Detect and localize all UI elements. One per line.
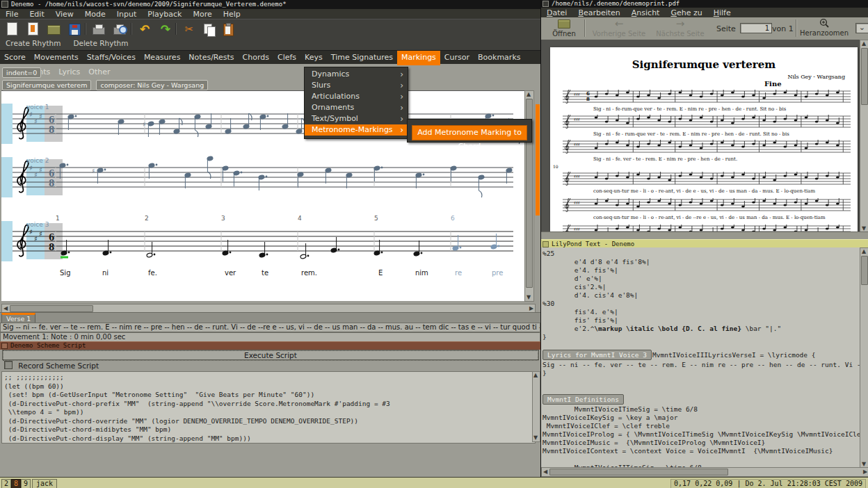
- markings-menu-popup: Dynamics›Slurs›Articulations›Ornaments›T…: [304, 67, 408, 139]
- composer-tag-button[interactable]: composer: Nils Gey - Wargsang: [96, 80, 208, 90]
- toolbar-separator: [131, 23, 132, 35]
- lilypond-line: Lyrics for MvmntI Voice 3MvmntIVoiceIIIL…: [542, 350, 861, 361]
- command-menu-clefs[interactable]: Clefs: [273, 51, 300, 65]
- lilypond-section-button[interactable]: MvmntI Definitions: [542, 394, 624, 405]
- scroll-down-icon[interactable]: ▼: [525, 294, 532, 301]
- lilypond-window-title: LilyPond Text - Denemo: [552, 241, 634, 247]
- scroll-left-icon[interactable]: ◀: [3, 305, 8, 312]
- title-tag-button[interactable]: Signiferumque verterem: [2, 80, 91, 90]
- redo-icon[interactable]: ↷: [159, 22, 172, 36]
- separator: |: [737, 480, 745, 487]
- add-metronome-marking-menu-item[interactable]: Add Metronome Marking to Chord: [412, 125, 527, 140]
- command-menu-bookmarks[interactable]: Bookmarks: [474, 51, 524, 65]
- lyrics-editor[interactable]: Sig -- ni -- fe. ver -- te -- rem. E -- …: [0, 323, 540, 332]
- lilypond-hscrollbar[interactable]: ◀ ▶: [541, 467, 868, 477]
- paste-icon[interactable]: [221, 22, 235, 36]
- scheme-script-editor[interactable]: ;; ;;;;;;;;;;;;(let ((bpm 60)) (set! bpm…: [1, 371, 536, 444]
- scroll-up-icon[interactable]: ▲: [860, 248, 867, 255]
- open-button[interactable]: Öffnen: [548, 19, 580, 38]
- indent-tag-button[interactable]: indent=0: [2, 67, 41, 78]
- lilypond-section-button[interactable]: Lyrics for MvmntI Voice 3: [542, 350, 652, 360]
- workspace-2[interactable]: 2: [1, 479, 11, 488]
- denemo-menubar: FileEditViewModeInputPlaybackMoreHelp: [0, 9, 540, 19]
- pdf-measure10-label: 10: [553, 164, 558, 169]
- magnifier-plus-icon: [819, 18, 829, 28]
- scroll-up-icon[interactable]: ▲: [525, 91, 532, 98]
- print-icon[interactable]: [92, 22, 106, 36]
- svg-text:♯♯♯: ♯♯♯: [574, 92, 580, 97]
- menu-item-dynamics[interactable]: Dynamics›: [305, 69, 408, 80]
- pdf-window-title: /home/nils/.denemo/denemoprint.pdf: [552, 0, 680, 7]
- measure-number: 1: [56, 215, 60, 222]
- previous-page-button[interactable]: ← Vorherige Seite: [590, 19, 648, 38]
- command-menu-movements[interactable]: Movements: [30, 51, 83, 65]
- lilypond-vscrollbar[interactable]: ▲ ▼: [860, 247, 868, 469]
- command-menu-keys[interactable]: Keys: [300, 51, 327, 65]
- menu-item-metronome-markings[interactable]: Metronome-Markings›: [305, 124, 408, 136]
- command-menu-notes-rests[interactable]: Notes/Rests: [184, 51, 238, 65]
- command-menu-score[interactable]: Score: [0, 51, 30, 65]
- window-resize-edge[interactable]: [536, 104, 540, 215]
- menu-item-text-symbol[interactable]: Text/Symbol›: [305, 113, 408, 124]
- pdf-viewer-window: /home/nils/.denemo/denemoprint.pdf Datei…: [541, 0, 868, 239]
- lilypond-window: LilyPond Text - Denemo %25 e'4 d'8 e'4 f…: [541, 239, 868, 477]
- new-document-icon[interactable]: [5, 22, 19, 36]
- new-from-template-icon[interactable]: [26, 22, 40, 36]
- print-preview-icon[interactable]: [113, 22, 127, 36]
- menu-item-ornaments[interactable]: Ornaments›: [305, 102, 408, 113]
- toolbar-separator: [85, 23, 86, 35]
- save-icon[interactable]: [67, 22, 81, 36]
- scroll-right-icon[interactable]: ▶: [529, 305, 534, 312]
- menu-item-articulations[interactable]: Articulations›: [305, 91, 408, 102]
- pdf-vscrollbar[interactable]: ▲ ▼: [860, 40, 868, 233]
- movement-status-bar: Movement 1: Note : 0 min 0,00 sec: [0, 332, 540, 342]
- denemo-titlebar[interactable]: Denemo - /home/nils/wacost-svn/denemo/20…: [0, 0, 540, 9]
- toolbar-separator: [175, 23, 177, 35]
- lilypond-line: cis'2.%|: [542, 283, 861, 291]
- command-menu-measures[interactable]: Measures: [140, 51, 184, 65]
- measure-number: 4: [298, 215, 302, 222]
- command-menu-markings[interactable]: Markings: [397, 51, 440, 65]
- pdf-menubar: DateiBearbeitenAnsichtGehe zuHilfe: [541, 8, 868, 17]
- lilypond-line: MvmntIVoiceIProlog = { \MvmntIVoiceITime…: [542, 430, 861, 439]
- metronome-submenu: Add Metronome Marking to Chord: [407, 119, 532, 143]
- lilypond-text-editor[interactable]: %25 e'4 d'8 e'4 fis'8%| e'4. fis'%| d' e…: [541, 247, 861, 469]
- denemo-toolbar: ↶↷✂: [0, 19, 540, 38]
- menu-item-label: Metronome-Markings: [312, 125, 393, 134]
- delete-rhythm-button[interactable]: Delete Rhythm: [67, 38, 135, 49]
- command-menu-cursor[interactable]: Cursor: [440, 51, 474, 65]
- open-icon[interactable]: [47, 22, 61, 36]
- execute-script-button[interactable]: Execute Script: [2, 350, 539, 360]
- command-menu-time-signatures[interactable]: Time Signatures: [327, 51, 397, 65]
- svg-text:♯♯♯: ♯♯♯: [574, 142, 580, 147]
- next-page-button[interactable]: → Nächste Seite: [652, 19, 708, 38]
- lilypond-line: }: [542, 369, 861, 377]
- zoom-in-button[interactable]: Heranzoomen: [800, 18, 849, 38]
- undo-icon[interactable]: ↶: [138, 22, 152, 36]
- page-number-input[interactable]: 1: [740, 23, 772, 33]
- jack-indicator[interactable]: jack: [32, 479, 57, 488]
- chevron-down-icon[interactable]: ⌄: [859, 23, 865, 32]
- record-script-checkbox[interactable]: [4, 361, 13, 369]
- pdf-content-area[interactable]: Signiferumque verterem Nils Gey - Wargsa…: [541, 40, 860, 231]
- cut-icon[interactable]: ✂: [182, 22, 196, 36]
- lyric-syllable: te: [262, 269, 268, 277]
- command-menu-chords[interactable]: Chords: [239, 51, 273, 65]
- workspace-8[interactable]: 8: [11, 479, 21, 488]
- create-rhythm-button[interactable]: Create Rhythm: [0, 38, 67, 49]
- rhythm-row: Create RhythmDelete Rhythm: [0, 38, 540, 50]
- lilypond-line: %25: [542, 250, 861, 258]
- scroll-right-icon[interactable]: ▶: [862, 469, 868, 475]
- menu-item-slurs[interactable]: Slurs›: [305, 80, 408, 91]
- lilypond-line: MvmntIVoiceIClef = \clef treble: [542, 422, 861, 430]
- command-menu-staffs-voices[interactable]: Staffs/Voices: [83, 51, 140, 65]
- pdf-titlebar[interactable]: /home/nils/.denemo/denemoprint.pdf: [541, 0, 868, 8]
- workspace-9[interactable]: 9: [21, 479, 31, 488]
- voice-label: voice 1: [26, 104, 49, 111]
- scheme-vscrollbar[interactable]: ▲ ▼: [532, 371, 540, 442]
- copy-icon[interactable]: [202, 22, 216, 36]
- scroll-left-icon[interactable]: ◀: [542, 469, 548, 475]
- scheme-script-titlebar[interactable]: Denemo Scheme Script: [0, 341, 540, 350]
- scroll-up-icon[interactable]: ▲: [860, 40, 867, 47]
- menu-item-label: Text/Symbol: [312, 114, 358, 123]
